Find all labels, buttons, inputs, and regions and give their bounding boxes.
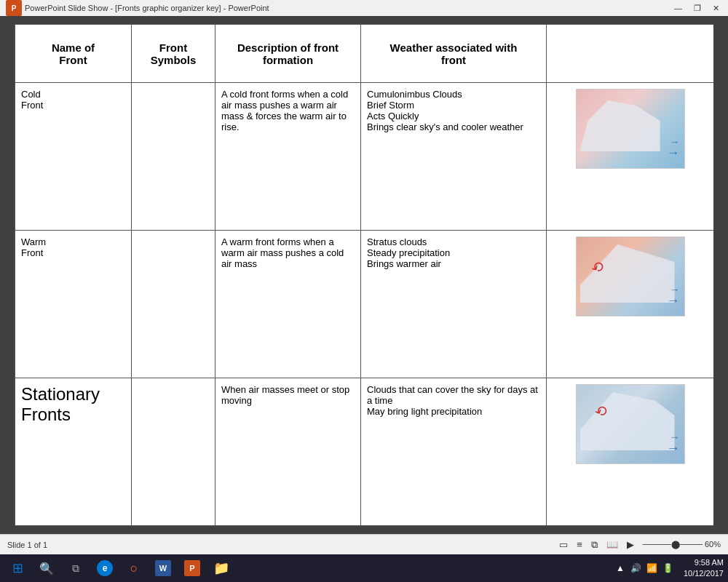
table-row: StationaryFronts When air masses meet or… xyxy=(15,378,714,526)
date: 10/12/2017 xyxy=(684,568,724,579)
table-row: ColdFront A cold front forms when a cold… xyxy=(15,83,714,231)
warm-front-image-cell: ⟲ → → xyxy=(547,231,714,378)
word-icon: W xyxy=(155,560,171,576)
zoom-level[interactable]: ─────⬤──── 60% xyxy=(643,540,721,549)
taskbar: ⊞ 🔍 ⧉ e ○ W P 📁 ▲ 🔊 📶 🔋 9:5 xyxy=(0,554,728,582)
cold-front-weather: Cumulonimbus CloudsBrief StormActs Quick… xyxy=(361,83,547,231)
view-reading-icon[interactable]: 📖 xyxy=(606,539,618,550)
taskbar-right: ▲ 🔊 📶 🔋 9:58 AM 10/12/2017 xyxy=(614,557,724,580)
battery-icon[interactable]: 🔋 xyxy=(662,562,675,575)
taskbar-left: ⊞ 🔍 ⧉ e ○ W P 📁 xyxy=(4,557,234,579)
taskview-button[interactable]: ⧉ xyxy=(63,557,89,579)
edge-icon: e xyxy=(97,560,113,576)
statusbar-right: ▭ ≡ ⧉ 📖 ▶ ─────⬤──── 60% xyxy=(559,539,721,551)
titlebar-controls[interactable]: — ❐ ✕ xyxy=(671,4,722,13)
taskview-icon: ⧉ xyxy=(72,562,79,575)
status-bar: Slide 1 of 1 ▭ ≡ ⧉ 📖 ▶ ─────⬤──── 60% xyxy=(0,534,728,554)
search-icon: 🔍 xyxy=(39,562,54,575)
table-header-row: Name ofFront FrontSymbols Description of… xyxy=(15,25,714,83)
stationary-front-name: StationaryFronts xyxy=(15,378,132,526)
main-area: Name ofFront FrontSymbols Description of… xyxy=(0,16,728,554)
title-bar: P PowerPoint Slide Show - [Fronts graphi… xyxy=(0,0,728,16)
stationary-front-symbol xyxy=(132,378,215,526)
tray-arrow-icon[interactable]: ▲ xyxy=(614,562,627,575)
cold-front-description: A cold front forms when a cold air mass … xyxy=(215,83,361,231)
system-tray: ▲ 🔊 📶 🔋 xyxy=(614,562,675,575)
warm-front-weather: Stratus cloudsSteady precipitationBrings… xyxy=(361,231,547,378)
slide: Name ofFront FrontSymbols Description of… xyxy=(15,24,713,526)
cold-front-name: ColdFront xyxy=(15,83,132,231)
header-weather: Weather associated withfront xyxy=(361,25,547,83)
minimize-button[interactable]: — xyxy=(671,4,685,13)
view-normal-icon[interactable]: ▭ xyxy=(559,539,568,550)
powerpoint-icon: P xyxy=(184,560,200,576)
header-description: Description of frontformation xyxy=(215,25,361,83)
restore-button[interactable]: ❐ xyxy=(691,4,704,13)
cold-front-image-cell: → → xyxy=(547,83,714,231)
network-icon[interactable]: 📶 xyxy=(646,562,659,575)
slide-count: Slide 1 of 1 xyxy=(7,541,47,549)
stationary-front-weather: Clouds that can cover the sky for days a… xyxy=(361,378,547,526)
table-row: WarmFront A warm front forms when a warm… xyxy=(15,231,714,378)
start-button[interactable]: ⊞ xyxy=(4,557,31,579)
fronts-table: Name ofFront FrontSymbols Description of… xyxy=(15,24,713,526)
warm-front-symbol xyxy=(132,231,215,378)
view-outline-icon[interactable]: ≡ xyxy=(577,539,582,550)
app-icon: P xyxy=(6,0,22,16)
view-present-icon[interactable]: ▶ xyxy=(627,539,634,550)
edge-button[interactable]: e xyxy=(92,557,118,579)
titlebar-left: P PowerPoint Slide Show - [Fronts graphi… xyxy=(6,0,269,16)
view-slide-icon[interactable]: ⧉ xyxy=(591,539,598,551)
word-button[interactable]: W xyxy=(150,557,176,579)
header-image xyxy=(547,25,714,83)
warm-front-description: A warm front forms when a warm air mass … xyxy=(215,231,361,378)
time: 9:58 AM xyxy=(684,557,724,568)
window-title: PowerPoint Slide Show - [Fronts graphic … xyxy=(25,4,269,12)
header-name: Name ofFront xyxy=(15,25,132,83)
folder-icon: 📁 xyxy=(213,560,229,576)
header-symbol: FrontSymbols xyxy=(132,25,215,83)
windows-icon: ⊞ xyxy=(12,560,23,576)
close-button[interactable]: ✕ xyxy=(710,4,722,13)
cortana-button[interactable]: ○ xyxy=(121,557,147,579)
clock[interactable]: 9:58 AM 10/12/2017 xyxy=(684,557,724,580)
warm-front-name: WarmFront xyxy=(15,231,132,378)
folder-button[interactable]: 📁 xyxy=(208,557,234,579)
stationary-front-description: When air masses meet or stop moving xyxy=(215,378,361,526)
stationary-front-image-cell: ⟲ → → xyxy=(547,378,714,526)
volume-icon[interactable]: 🔊 xyxy=(630,562,643,575)
cortana-icon: ○ xyxy=(130,561,138,576)
cold-front-symbol xyxy=(132,83,215,231)
slide-container: Name ofFront FrontSymbols Description of… xyxy=(0,16,728,534)
search-button[interactable]: 🔍 xyxy=(33,557,60,579)
powerpoint-button[interactable]: P xyxy=(179,557,205,579)
